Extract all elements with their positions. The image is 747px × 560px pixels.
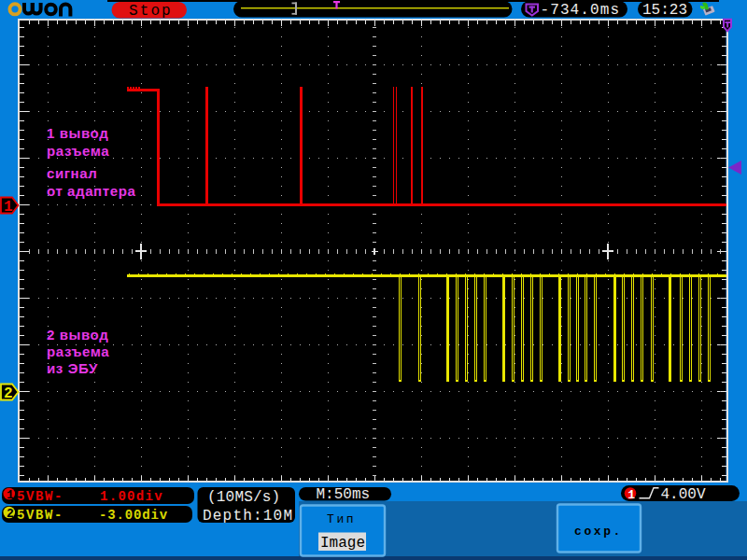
svg-text:1 вывод: 1 вывод xyxy=(47,125,108,141)
svg-text:разъема: разъема xyxy=(47,143,109,159)
svg-text:Stop: Stop xyxy=(129,3,173,20)
svg-text:2: 2 xyxy=(7,507,14,521)
svg-text:5VBW-: 5VBW- xyxy=(17,489,63,504)
svg-text:1.00div: 1.00div xyxy=(100,489,163,504)
svg-text:из ЭБУ: из ЭБУ xyxy=(47,360,98,376)
svg-text:M:50ms: M:50ms xyxy=(317,486,371,503)
svg-text:сигнал: сигнал xyxy=(47,165,97,181)
svg-text:1: 1 xyxy=(627,488,635,502)
svg-text:Image: Image xyxy=(320,535,365,552)
svg-text:сохр.: сохр. xyxy=(574,525,623,539)
svg-text:Тип: Тип xyxy=(327,512,356,526)
svg-text:4.00V: 4.00V xyxy=(661,486,706,503)
svg-text:Depth:10M: Depth:10M xyxy=(203,508,293,525)
svg-text:от адаптера: от адаптера xyxy=(47,183,135,199)
svg-text:-3.00div: -3.00div xyxy=(99,508,168,523)
svg-text:2: 2 xyxy=(4,385,13,402)
svg-text:1: 1 xyxy=(7,488,14,502)
svg-text:1: 1 xyxy=(4,199,13,216)
svg-text:(10MS/s): (10MS/s) xyxy=(207,489,280,506)
svg-text:разъема: разъема xyxy=(47,343,109,359)
svg-text:2 вывод: 2 вывод xyxy=(47,327,108,343)
svg-text:15:23: 15:23 xyxy=(642,2,687,19)
svg-text:5VBW-: 5VBW- xyxy=(17,508,63,523)
svg-text:-734.0ms: -734.0ms xyxy=(541,2,621,19)
